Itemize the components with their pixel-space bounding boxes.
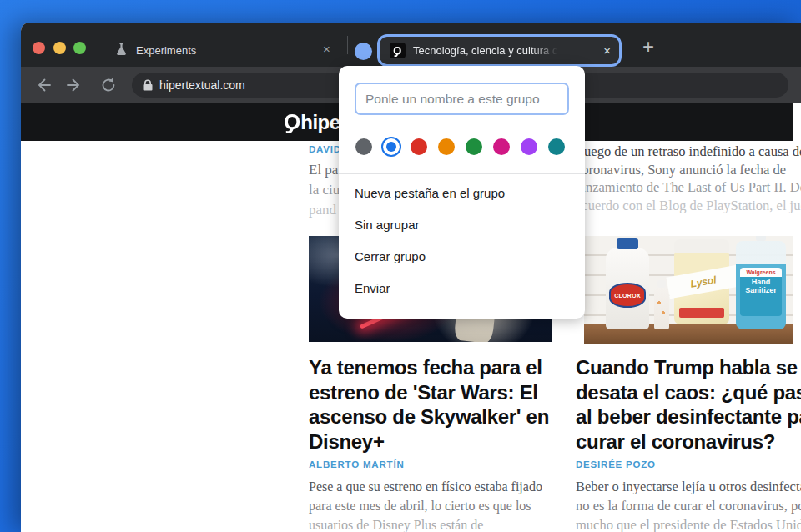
article-image-disinfectants[interactable]: CLOROX Lysol Walgreens Hand Sanitizer	[584, 236, 793, 344]
sanitizer-bottle-shape: Walgreens Hand Sanitizer	[736, 241, 786, 329]
menu-item-close-group[interactable]: Cerrar grupo	[339, 240, 585, 272]
tab-group-dot[interactable]	[355, 43, 372, 60]
color-swatch-green[interactable]	[466, 138, 482, 155]
color-swatch-orange[interactable]	[438, 138, 455, 155]
color-swatch-row	[355, 137, 565, 157]
color-swatch-purple[interactable]	[521, 138, 537, 155]
article-teaser: Pese a que su estreno en físico estaba f…	[309, 477, 542, 532]
minimize-window-button[interactable]	[53, 42, 66, 54]
hipertextual-favicon-icon: Q	[390, 43, 406, 58]
color-swatch-red[interactable]	[411, 138, 427, 155]
menu-item-send[interactable]: Enviar	[339, 272, 585, 304]
color-swatch-teal[interactable]	[548, 138, 565, 155]
article-title-link[interactable]: Ya tenemos fecha para el estreno de 'Sta…	[309, 355, 549, 454]
flask-icon	[114, 42, 128, 56]
spray-bottle-shape	[654, 288, 669, 329]
menu-item-new-tab-in-group[interactable]: Nueva pestaña en el grupo	[339, 177, 585, 208]
tab-active-grouped[interactable]: Q Tecnología, ciencia y cultura di ×	[377, 34, 622, 67]
color-swatch-pink[interactable]	[493, 138, 510, 155]
url-text: hipertextual.com	[159, 78, 245, 92]
tab-separator	[347, 36, 348, 54]
close-window-button[interactable]	[33, 42, 45, 54]
zoom-window-button[interactable]	[73, 42, 86, 54]
article-teaser: Luego de un retraso indefinido a causa d…	[576, 143, 801, 214]
color-swatch-blue-selected[interactable]	[386, 142, 396, 152]
browser-window: Experiments × Q Tecnología, ciencia y cu…	[21, 23, 801, 532]
tab-group-menu: Nueva pestaña en el grupo Sin agrupar Ce…	[339, 177, 585, 304]
close-icon[interactable]: ×	[323, 43, 330, 55]
article-title-link[interactable]: Cuando Trump habla se desata el caos: ¿q…	[576, 355, 801, 454]
tab-experiments[interactable]: Experiments	[136, 44, 196, 57]
color-swatch-grey[interactable]	[355, 138, 372, 155]
back-icon[interactable]	[34, 77, 51, 93]
article-teaser: Beber o inyectarse lejía u otros desinfe…	[576, 477, 801, 532]
popup-separator	[339, 173, 585, 174]
close-icon[interactable]: ×	[603, 44, 611, 57]
forward-icon[interactable]	[67, 77, 83, 93]
reload-icon[interactable]	[100, 77, 117, 93]
menu-item-ungroup[interactable]: Sin agrupar	[339, 208, 585, 240]
group-name-input[interactable]	[355, 83, 569, 115]
author-link[interactable]: DESIRÉE POZO	[576, 459, 656, 469]
lysol-canister-shape: Lysol	[674, 249, 729, 324]
author-link[interactable]: ALBERTO MARTÍN	[309, 459, 404, 469]
author-link[interactable]: DAVID	[309, 144, 341, 154]
lock-icon	[143, 79, 153, 91]
active-tab-title: Tecnología, ciencia y cultura di	[413, 44, 561, 57]
clorox-bottle-shape: CLOROX	[606, 248, 649, 329]
tab-group-popup: Nueva pestaña en el grupo Sin agrupar Ce…	[339, 66, 585, 319]
hipertextual-logo-icon: Q	[284, 109, 300, 135]
tab-strip: Experiments × Q Tecnología, ciencia y cu…	[21, 23, 801, 67]
article-teaser: El pa la ciu pand	[309, 160, 340, 220]
new-tab-button[interactable]: +	[642, 35, 654, 58]
